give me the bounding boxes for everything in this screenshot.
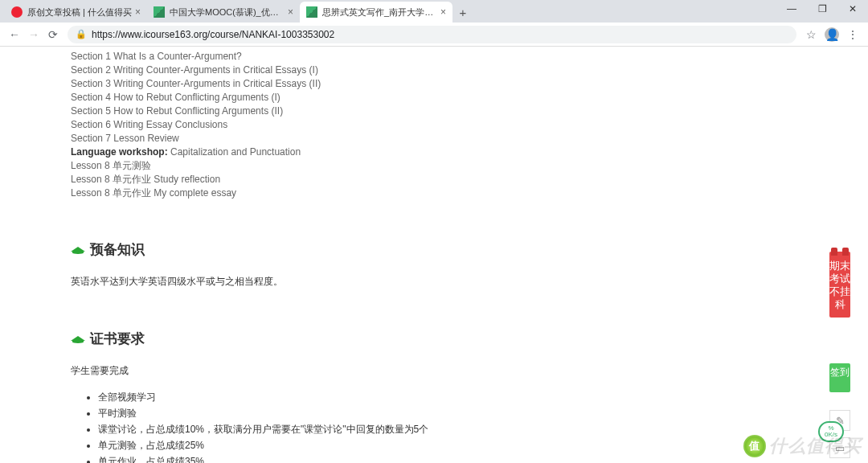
browser-tab-0[interactable]: 原创文章投稿 | 什么值得买 × [5, 2, 147, 23]
browser-tab-1[interactable]: 中国大学MOOC(慕课)_优质在线 × [147, 2, 300, 23]
section-title: 预备知识 [90, 240, 145, 259]
close-icon[interactable]: × [288, 6, 293, 18]
profile-avatar-icon[interactable]: 👤 [825, 27, 839, 42]
outline-item[interactable]: Section 5 How to Rebut Conflicting Argum… [71, 104, 611, 118]
url-text: https://www.icourse163.org/course/NANKAI… [92, 29, 334, 40]
graduation-cap-icon [71, 244, 85, 256]
maximize-button[interactable]: ❐ [807, 0, 837, 18]
prereq-text: 英语水平达到大学英语四级水平或与之相当程度。 [71, 273, 611, 289]
list-item: 单元作业，占总成绩35% [98, 453, 611, 463]
list-item: 单元测验，占总成绩25% [98, 437, 611, 453]
outline-item[interactable]: Section 4 How to Rebut Conflicting Argum… [71, 91, 611, 104]
smzdm-watermark: 什么值得买 [743, 434, 862, 458]
tab-title: 中国大学MOOC(慕课)_优质在线 [170, 6, 285, 18]
outline-item[interactable]: Lesson 8 单元作业 My complete essay [71, 186, 611, 200]
page-content: Section 1 What Is a Counter-Argument? Se… [0, 47, 868, 463]
back-button[interactable]: ← [5, 25, 24, 44]
lock-icon: 🔒 [76, 29, 87, 39]
list-item: 平时测验 [98, 405, 611, 421]
section-header-cert: 证书要求 [71, 330, 611, 348]
favicon-smzdm-icon [11, 6, 23, 18]
outline-item[interactable]: Section 6 Writing Essay Conclusions [71, 118, 611, 132]
outline-item[interactable]: Section 1 What Is a Counter-Argument? [71, 50, 611, 64]
favicon-mooc-icon [154, 6, 165, 18]
cert-intro: 学生需要完成 [71, 364, 611, 378]
bookmark-star-icon[interactable]: ☆ [806, 28, 817, 41]
tab-title: 思辨式英文写作_南开大学_中国大 [322, 6, 437, 18]
tab-title: 原创文章投稿 | 什么值得买 [27, 6, 132, 18]
reload-button[interactable]: ⟳ [43, 25, 63, 44]
list-item: 全部视频学习 [98, 389, 611, 405]
close-icon[interactable]: × [440, 6, 446, 18]
forward-button[interactable]: → [24, 25, 43, 44]
favicon-mooc-icon [306, 6, 317, 18]
workshop-rest: Capitalization and Punctuation [168, 146, 301, 158]
url-input[interactable]: 🔒 https://www.icourse163.org/course/NANK… [68, 26, 796, 43]
address-bar: ← → ⟳ 🔒 https://www.icourse163.org/cours… [0, 23, 868, 47]
new-tab-button[interactable]: + [452, 2, 473, 23]
minimize-button[interactable]: — [776, 0, 807, 18]
outline-item[interactable]: Section 7 Lesson Review [71, 132, 611, 145]
outline-item-workshop[interactable]: Language workshop: Capitalization and Pu… [71, 145, 611, 159]
list-item: 课堂讨论，占总成绩10%，获取满分用户需要在"课堂讨论"中回复的数量为5个 [98, 421, 611, 437]
float-exam-banner[interactable]: 期末考试不挂科 [829, 252, 850, 318]
window-controls: — ❐ ✕ [776, 0, 868, 18]
outline-item[interactable]: Section 2 Writing Counter-Arguments in C… [71, 64, 611, 77]
outline-item[interactable]: Lesson 8 单元测验 [71, 159, 611, 173]
workshop-label: Language workshop: [71, 146, 168, 158]
close-icon[interactable]: × [135, 6, 141, 18]
graduation-cap-icon [71, 334, 85, 345]
outline-item[interactable]: Section 3 Writing Counter-Arguments in C… [71, 77, 611, 91]
tab-strip: 原创文章投稿 | 什么值得买 × 中国大学MOOC(慕课)_优质在线 × 思辨式… [0, 0, 868, 23]
browser-tab-2[interactable]: 思辨式英文写作_南开大学_中国大 × [300, 2, 452, 23]
float-checkin-button[interactable]: 签到 [829, 363, 850, 392]
outline-item[interactable]: Lesson 8 单元作业 Study reflection [71, 173, 611, 186]
browser-menu-icon[interactable]: ⋮ [847, 28, 858, 41]
cert-bullets: 全部视频学习 平时测验 课堂讨论，占总成绩10%，获取满分用户需要在"课堂讨论"… [71, 389, 611, 463]
close-window-button[interactable]: ✕ [837, 0, 868, 18]
watermark-text: 什么值得买 [769, 434, 862, 458]
section-header-prereq: 预备知识 [71, 240, 611, 259]
smzdm-badge-icon [743, 435, 766, 457]
section-title: 证书要求 [90, 330, 145, 348]
